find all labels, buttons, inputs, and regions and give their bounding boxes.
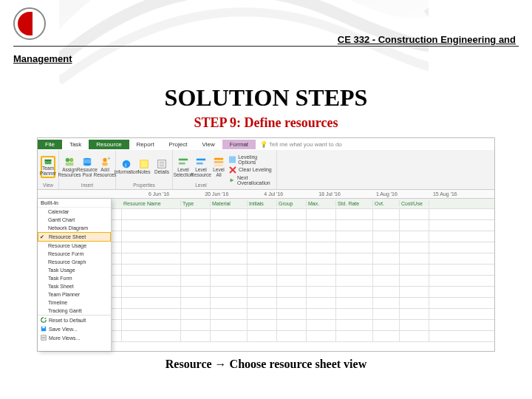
ribbon-body: Team Planner View Assign Resources Resou… bbox=[38, 150, 494, 190]
view-resource-graph[interactable]: Resource Graph bbox=[38, 258, 111, 266]
svg-rect-19 bbox=[179, 163, 185, 165]
view-task-sheet[interactable]: Task Sheet bbox=[38, 282, 111, 290]
svg-point-2 bbox=[66, 158, 69, 162]
bulb-icon: 💡 bbox=[260, 141, 267, 148]
tab-task[interactable]: Task bbox=[62, 140, 89, 149]
col-initials[interactable]: Initials bbox=[248, 200, 277, 207]
tab-format[interactable]: Format bbox=[222, 140, 256, 149]
group-label: Insert bbox=[81, 183, 93, 188]
view-tracking-gantt[interactable]: Tracking Gantt bbox=[38, 307, 111, 315]
level-selection-button[interactable]: Level Selection bbox=[176, 156, 191, 178]
course-title-right: CE 332 - Construction Engineering and bbox=[338, 34, 516, 45]
tab-view[interactable]: View bbox=[195, 140, 222, 149]
svg-text:+: + bbox=[108, 157, 111, 161]
team-planner-button[interactable]: Team Planner bbox=[41, 156, 55, 178]
sheet-row[interactable] bbox=[112, 331, 494, 342]
course-title-left: Management bbox=[13, 53, 72, 64]
svg-rect-9 bbox=[103, 163, 108, 166]
group-label: Level bbox=[195, 183, 207, 188]
tell-me-search[interactable]: 💡Tell me what you want to do bbox=[256, 141, 494, 148]
sheet-row[interactable] bbox=[112, 220, 494, 231]
col-max[interactable]: Max. bbox=[307, 200, 336, 207]
view-calendar[interactable]: Calendar bbox=[38, 208, 111, 216]
logo-icon bbox=[13, 7, 46, 40]
svg-rect-20 bbox=[197, 159, 205, 161]
col-group[interactable]: Group bbox=[277, 200, 307, 207]
details-button[interactable]: Details bbox=[154, 156, 169, 178]
view-gantt[interactable]: Gantt Chart bbox=[38, 216, 111, 224]
sheet-row[interactable] bbox=[112, 265, 494, 276]
timeline-tick: 1 Aug '16 bbox=[376, 191, 398, 197]
svg-rect-31 bbox=[42, 327, 44, 328]
timeline: 6 Jun '16 20 Jun '16 4 Jul '16 18 Jul '1… bbox=[38, 190, 494, 199]
notes-button[interactable]: Notes bbox=[137, 156, 151, 178]
leveling-options-button[interactable]: Leveling Options bbox=[229, 155, 273, 164]
level-all-button[interactable]: Level All bbox=[211, 156, 226, 178]
svg-text:i: i bbox=[125, 162, 126, 168]
view-task-usage[interactable]: Task Usage bbox=[38, 266, 111, 274]
col-stdrate[interactable]: Std. Rate bbox=[336, 200, 373, 207]
add-resources-button[interactable]: + Add Resources bbox=[98, 156, 112, 178]
col-indicator[interactable] bbox=[112, 203, 122, 205]
sheet-row[interactable] bbox=[112, 231, 494, 242]
svg-rect-1 bbox=[45, 160, 52, 161]
tab-project[interactable]: Project bbox=[162, 140, 195, 149]
col-type[interactable]: Type bbox=[181, 200, 211, 207]
col-costuse[interactable]: Cost/Use bbox=[400, 200, 429, 207]
dropdown-section: Built-In bbox=[38, 199, 111, 208]
svg-rect-23 bbox=[214, 161, 223, 163]
timeline-tick: 18 Jul '16 bbox=[318, 191, 341, 197]
resource-pool-button[interactable]: Resource Pool bbox=[80, 156, 95, 178]
col-name[interactable]: Resource Name bbox=[122, 200, 181, 207]
col-material[interactable]: Material bbox=[211, 200, 248, 207]
svg-marker-28 bbox=[231, 178, 234, 182]
tab-file[interactable]: File bbox=[38, 140, 62, 149]
view-resource-form[interactable]: Resource Form bbox=[38, 250, 111, 258]
information-button[interactable]: i Information bbox=[119, 156, 134, 178]
svg-point-7 bbox=[83, 163, 92, 166]
timeline-tick: 15 Aug '16 bbox=[433, 191, 457, 197]
group-level: Level Selection Level Resource Level All… bbox=[173, 150, 277, 189]
next-overallocation-button[interactable]: Next Overallocation bbox=[229, 176, 273, 185]
group-assignments: Assign Resources Resource Pool + Add Res… bbox=[59, 150, 116, 189]
sheet-header: Resource Name Type Material Initials Gro… bbox=[112, 199, 494, 209]
divider bbox=[13, 46, 519, 47]
svg-rect-18 bbox=[179, 159, 188, 161]
more-views[interactable]: More Views... bbox=[38, 333, 111, 342]
view-timeline[interactable]: Timeline bbox=[38, 299, 111, 307]
assign-resources-button[interactable]: Assign Resources bbox=[62, 156, 77, 178]
view-dropdown: Built-In Calendar Gantt Chart Network Di… bbox=[38, 199, 112, 351]
save-view[interactable]: Save View... bbox=[38, 324, 111, 333]
tab-report[interactable]: Report bbox=[129, 140, 162, 149]
view-network[interactable]: Network Diagram bbox=[38, 224, 111, 232]
sheet-row[interactable] bbox=[112, 253, 494, 265]
svg-rect-25 bbox=[229, 156, 236, 163]
reset-default[interactable]: Reset to Default bbox=[38, 316, 111, 324]
sheet-row[interactable] bbox=[112, 209, 494, 220]
group-label: Properties bbox=[133, 183, 155, 188]
svg-point-3 bbox=[69, 158, 73, 162]
view-task-form[interactable]: Task Form bbox=[38, 274, 111, 282]
resource-sheet: Resource Name Type Material Initials Gro… bbox=[112, 199, 494, 351]
tab-resource[interactable]: Resource bbox=[89, 140, 129, 149]
timeline-tick: 4 Jul '16 bbox=[264, 191, 283, 197]
sheet-row[interactable] bbox=[112, 287, 494, 298]
svg-point-8 bbox=[103, 158, 106, 162]
level-resource-button[interactable]: Level Resource bbox=[194, 156, 208, 178]
sheet-row[interactable] bbox=[112, 276, 494, 287]
ms-project-window: File Task Resource Report Project View F… bbox=[37, 137, 495, 352]
sheet-row[interactable] bbox=[112, 309, 494, 320]
view-team-planner[interactable]: Team Planner bbox=[38, 290, 111, 299]
sheet-row[interactable] bbox=[112, 298, 494, 309]
svg-rect-4 bbox=[66, 163, 74, 166]
sheet-row[interactable] bbox=[112, 320, 494, 331]
check-icon: ✔ bbox=[40, 234, 46, 240]
col-ovt[interactable]: Ovt. bbox=[373, 200, 400, 207]
clear-leveling-button[interactable]: Clear Leveling bbox=[229, 166, 273, 174]
view-resource-sheet[interactable]: ✔Resource Sheet bbox=[38, 232, 111, 242]
svg-rect-13 bbox=[140, 160, 149, 168]
sheet-row[interactable] bbox=[112, 242, 494, 253]
group-view: Team Planner View bbox=[38, 150, 59, 189]
page-title: SOLUTION STEPS bbox=[0, 84, 532, 112]
view-resource-usage[interactable]: Resource Usage bbox=[38, 242, 111, 250]
